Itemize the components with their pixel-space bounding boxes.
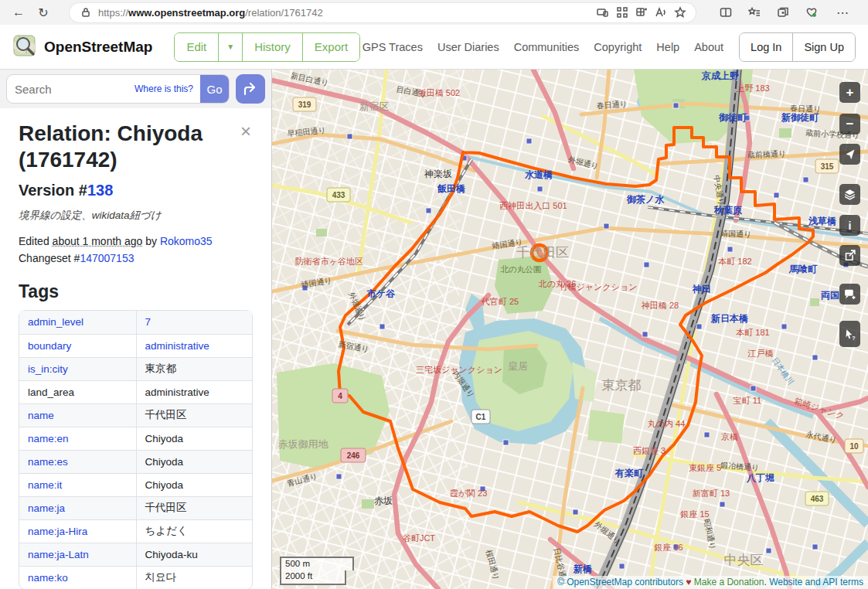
edit-dropdown-caret[interactable]: ▼	[218, 33, 242, 61]
login-button[interactable]: Log In	[740, 33, 792, 61]
browser-essentials-icon[interactable]	[805, 6, 818, 19]
directions-button[interactable]	[236, 74, 265, 104]
apps-grid-icon[interactable]	[615, 6, 628, 19]
tag-value: 千代田区	[145, 409, 187, 420]
map-label-station: 馬喰町	[788, 264, 818, 274]
tag-value-link[interactable]: administrative	[145, 340, 209, 352]
edit-button-group: Edit ▼ History Export	[174, 32, 360, 62]
scale-imperial: 2000 ft	[280, 570, 346, 585]
refresh-icon[interactable]: ↻	[34, 5, 53, 20]
nav-communities[interactable]: Communities	[514, 41, 580, 53]
nav-copyright[interactable]: Copyright	[594, 41, 642, 53]
tag-key-link[interactable]: name:en	[28, 433, 69, 444]
route-shield: 463	[805, 492, 829, 506]
split-screen-icon[interactable]	[719, 6, 732, 19]
tag-key-link[interactable]: name:ja-Hira	[28, 526, 87, 537]
tag-key-link[interactable]: boundary	[28, 340, 71, 352]
route-shield: 246	[341, 448, 366, 462]
editor-link[interactable]: Rokomo35	[160, 235, 213, 247]
tag-key-link[interactable]: name:ja-Latn	[28, 549, 89, 560]
version-link[interactable]: 138	[87, 182, 113, 199]
share-icon	[843, 249, 856, 262]
back-icon[interactable]: ←	[9, 5, 28, 19]
tag-key-link[interactable]: name:ko	[28, 572, 68, 584]
map-label-exit: 京橋	[721, 432, 738, 441]
table-row: name:itChiyoda	[19, 473, 252, 496]
changeset-link[interactable]: 147007153	[80, 252, 134, 264]
nav-about[interactable]: About	[694, 41, 723, 53]
map-label-station: 新橋	[573, 563, 592, 574]
address-bar[interactable]: https://www.openstreetmap.org/relation/1…	[70, 3, 696, 22]
share-button[interactable]	[839, 245, 860, 266]
tag-key-link[interactable]: name:it	[28, 479, 62, 491]
collections-add-icon[interactable]	[635, 6, 648, 19]
map-label-exit: 本町 181	[736, 328, 769, 337]
table-row: is_in:city東京都	[19, 357, 252, 380]
terms-link[interactable]: Website and API terms	[769, 577, 863, 587]
map-attribution: © OpenStreetMap contributors ♥ Make a Do…	[553, 576, 868, 589]
edit-button[interactable]: Edit	[175, 33, 218, 61]
tag-key-link[interactable]: name:ja	[28, 502, 65, 514]
close-icon[interactable]: ×	[239, 121, 253, 142]
zoom-in-button[interactable]: +	[839, 82, 860, 103]
layers-button[interactable]	[839, 184, 860, 205]
donation-link[interactable]: Make a Donation	[694, 577, 764, 587]
auth-button-group: Log In Sign Up	[739, 32, 856, 62]
map-label-exit: 東銀座 5	[689, 463, 721, 472]
read-aloud-icon[interactable]	[654, 6, 667, 19]
export-button[interactable]: Export	[302, 33, 359, 61]
tag-value: 東京都	[145, 363, 177, 374]
map-label-exit: 代官町 25	[481, 297, 519, 306]
map-label-station: 水道橋	[524, 169, 553, 180]
map-label-park: 北の丸公園	[500, 264, 542, 274]
svg-text:4: 4	[338, 392, 342, 400]
map-label-street: 靖国通り	[720, 229, 752, 238]
table-row: name:ja千代田区	[19, 496, 252, 519]
add-note-button[interactable]	[839, 284, 860, 305]
favorite-star-icon[interactable]	[673, 6, 686, 19]
map-label-station: 神田	[692, 284, 711, 294]
tag-key-link[interactable]: admin_level	[28, 316, 83, 328]
map-label-station: 御茶ノ水	[626, 194, 665, 205]
tag-key-link[interactable]: name	[28, 410, 54, 421]
relation-panel: Relation: Chiyoda (1761742) × Version #1…	[0, 108, 271, 589]
nav-user-diaries[interactable]: User Diaries	[437, 41, 499, 53]
where-is-this-link[interactable]: Where is this?	[133, 83, 200, 94]
tag-key-link[interactable]: is_in:city	[28, 363, 68, 375]
map-label-area: 赤坂御用地	[278, 438, 329, 450]
table-row: name千代田区	[19, 403, 252, 427]
locate-button[interactable]	[839, 144, 860, 165]
note-icon	[843, 288, 856, 301]
map-label-station: 御徒町	[718, 112, 747, 123]
search-go-button[interactable]: Go	[200, 75, 229, 103]
collections-icon[interactable]	[776, 6, 789, 19]
query-icon: ?	[843, 328, 856, 341]
more-menu-icon[interactable]: ⋯	[833, 5, 852, 20]
map-label-exit: 西神田出入口 501	[499, 201, 567, 210]
device-icon[interactable]	[596, 6, 609, 19]
zoom-out-button[interactable]: −	[839, 114, 860, 134]
map-key-button[interactable]: i	[839, 215, 860, 236]
nav-help[interactable]: Help	[656, 41, 679, 53]
layers-icon	[843, 188, 856, 201]
tag-value-link[interactable]: 7	[145, 316, 151, 328]
query-features-button[interactable]: ?	[839, 321, 860, 347]
osm-contributors-link[interactable]: © OpenStreetMap contributors	[557, 577, 683, 587]
osm-header: OpenStreetMap Edit ▼ History Export GPS …	[0, 25, 868, 70]
osm-brand[interactable]: OpenStreetMap	[12, 33, 152, 61]
svg-text:?: ?	[852, 335, 855, 340]
history-button[interactable]: History	[242, 33, 302, 61]
table-row: name:ko치요다	[19, 566, 252, 589]
favorites-list-icon[interactable]	[747, 6, 761, 19]
map-canvas[interactable]: 319 433 315 4 246 C1 10 463 新目白通り 目白通り 早…	[272, 70, 868, 589]
map-label-station: 新御徒町	[781, 112, 819, 123]
browser-toolbar: ← ↻ https://www.openstreetmap.org/relati…	[0, 0, 868, 25]
search-input[interactable]	[7, 83, 133, 96]
tag-key-link[interactable]: name:es	[28, 456, 68, 468]
table-row: name:ja-LatnChiyoda-ku	[19, 543, 252, 566]
nav-gps-traces[interactable]: GPS Traces	[363, 41, 423, 53]
tags-heading: Tags	[19, 281, 253, 302]
tag-value: Chiyoda	[145, 433, 184, 444]
signup-button[interactable]: Sign Up	[792, 33, 855, 61]
map-label-exit: 宝町 11	[734, 396, 761, 405]
